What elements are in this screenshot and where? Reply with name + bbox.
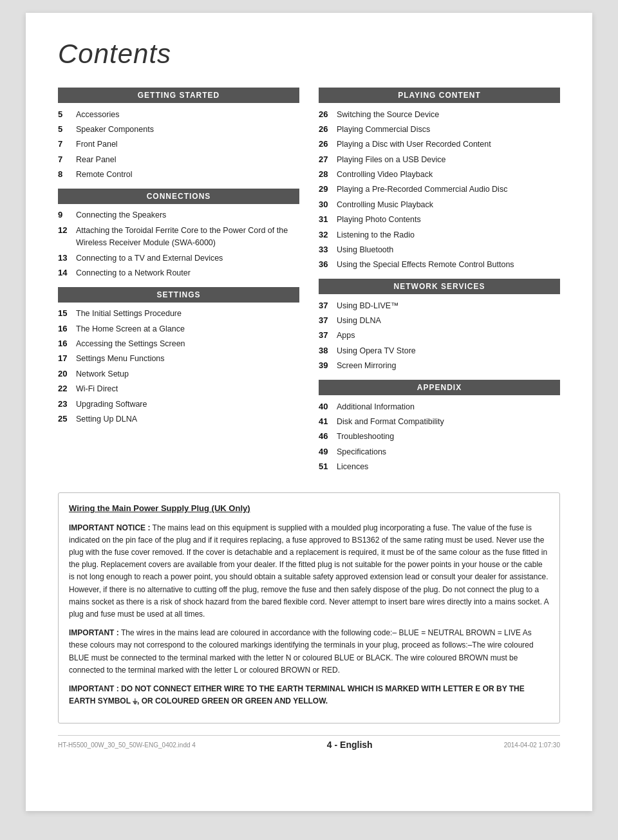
list-item: 14Connecting to a Network Router bbox=[58, 265, 299, 280]
list-item: 16The Home Screen at a Glance bbox=[58, 321, 299, 336]
toc-label: Controlling Music Playback bbox=[337, 199, 433, 211]
list-item: 40Additional Information bbox=[319, 399, 560, 414]
toc-label: Disk and Format Compatibility bbox=[337, 416, 444, 428]
toc-label: Playing a Pre-Recorded Commercial Audio … bbox=[337, 183, 507, 196]
toc-number: 5 bbox=[58, 108, 76, 121]
toc-number: 32 bbox=[319, 229, 337, 241]
toc-number: 51 bbox=[319, 460, 337, 473]
toc-label: Troubleshooting bbox=[337, 431, 394, 443]
list-item: 26Playing Commercial Discs bbox=[319, 122, 560, 136]
toc-number: 37 bbox=[319, 329, 337, 342]
toc-number: 49 bbox=[319, 445, 337, 458]
list-item: 37Using BD-LIVE™ bbox=[319, 298, 560, 313]
toc-label: Using BD-LIVE™ bbox=[337, 300, 399, 312]
toc-label: Accessing the Settings Screen bbox=[76, 338, 185, 350]
page-title: Contents bbox=[58, 39, 560, 70]
list-item: 37Apps bbox=[319, 328, 560, 343]
toc-number: 40 bbox=[319, 400, 337, 413]
toc-label: Network Setup bbox=[76, 368, 129, 380]
page-number: 4 - English bbox=[327, 740, 373, 750]
list-item: 38Using Opera TV Store bbox=[319, 343, 560, 358]
left-column: GETTING STARTED 5Accessories 5Speaker Co… bbox=[58, 88, 299, 474]
toc-number: 15 bbox=[58, 307, 76, 320]
list-item: 33Using Bluetooth bbox=[319, 242, 560, 257]
section-header-settings: SETTINGS bbox=[58, 287, 299, 303]
toc-number: 22 bbox=[58, 382, 76, 395]
list-item: 32Listening to the Radio bbox=[319, 227, 560, 242]
list-item: 29Playing a Pre-Recorded Commercial Audi… bbox=[319, 182, 560, 197]
toc-label: Playing Files on a USB Device bbox=[337, 154, 446, 166]
toc-number: 7 bbox=[58, 153, 76, 166]
toc-label: Switching the Source Device bbox=[337, 109, 439, 121]
list-item: 13Connecting to a TV and External Device… bbox=[58, 250, 299, 265]
toc-label: Front Panel bbox=[76, 138, 118, 151]
toc-label: Using Bluetooth bbox=[337, 244, 393, 256]
right-column: PLAYING CONTENT 26Switching the Source D… bbox=[319, 88, 560, 474]
toc-number: 16 bbox=[58, 337, 76, 350]
toc-number: 16 bbox=[58, 322, 76, 335]
list-item: 22Wi-Fi Direct bbox=[58, 382, 299, 397]
notice-paragraph-3: IMPORTANT : DO NOT CONNECT EITHER WIRE T… bbox=[69, 683, 549, 707]
toc-label: The Initial Settings Procedure bbox=[76, 308, 182, 320]
section-header-network-services: NETWORK SERVICES bbox=[319, 279, 560, 294]
notice-text-1: The mains lead on this equipment is supp… bbox=[69, 523, 548, 619]
footer-filename: HT-H5500_00W_30_50_50W-ENG_0402.indd 4 bbox=[58, 742, 196, 749]
toc-label: Controlling Video Playback bbox=[337, 169, 433, 181]
list-item: 7Front Panel bbox=[58, 137, 299, 152]
toc-label: Attaching the Toroidal Ferrite Core to t… bbox=[76, 225, 299, 250]
list-item: 39Screen Mirroring bbox=[319, 359, 560, 373]
toc-label: Remote Control bbox=[76, 169, 133, 181]
toc-number: 29 bbox=[319, 183, 337, 196]
toc-label: Connecting the Speakers bbox=[76, 209, 166, 221]
list-item: 46Troubleshooting bbox=[319, 429, 560, 444]
list-item: 26Switching the Source Device bbox=[319, 107, 560, 122]
list-item: 31Playing Photo Contents bbox=[319, 212, 560, 227]
list-item: 27Playing Files on a USB Device bbox=[319, 152, 560, 167]
page: Contents GETTING STARTED 5Accessories 5S… bbox=[26, 13, 592, 811]
notice-title: Wiring the Main Power Supply Plug (UK On… bbox=[69, 502, 549, 516]
toc-number: 26 bbox=[319, 123, 337, 136]
notice-paragraph-2: IMPORTANT : The wires in the mains lead … bbox=[69, 627, 549, 677]
toc-label: Additional Information bbox=[337, 401, 415, 413]
list-item: 8Remote Control bbox=[58, 167, 299, 182]
list-item: 20Network Setup bbox=[58, 366, 299, 381]
toc-label: Playing a Disc with User Recorded Conten… bbox=[337, 138, 491, 151]
list-item: 28Controlling Video Playback bbox=[319, 167, 560, 182]
toc-number: 28 bbox=[319, 168, 337, 181]
toc-number: 46 bbox=[319, 430, 337, 443]
list-item: 49Specifications bbox=[319, 444, 560, 459]
notice-bold-prefix-2: IMPORTANT : bbox=[69, 628, 119, 637]
section-header-connections: CONNECTIONS bbox=[58, 189, 299, 204]
toc-number: 20 bbox=[58, 368, 76, 380]
toc-label: Apps bbox=[337, 330, 355, 342]
toc-number: 9 bbox=[58, 209, 76, 221]
toc-number: 25 bbox=[58, 413, 76, 425]
list-item: 12Attaching the Toroidal Ferrite Core to… bbox=[58, 223, 299, 250]
toc-label: Settings Menu Functions bbox=[76, 353, 165, 365]
list-item: 16Accessing the Settings Screen bbox=[58, 337, 299, 351]
toc-columns: GETTING STARTED 5Accessories 5Speaker Co… bbox=[58, 88, 560, 474]
toc-label: Connecting to a TV and External Devices bbox=[76, 252, 223, 265]
toc-number: 33 bbox=[319, 243, 337, 256]
toc-label: The Home Screen at a Glance bbox=[76, 323, 185, 335]
list-item: 15The Initial Settings Procedure bbox=[58, 306, 299, 321]
toc-number: 30 bbox=[319, 198, 337, 211]
page-footer: HT-H5500_00W_30_50_50W-ENG_0402.indd 4 4… bbox=[58, 735, 560, 750]
notice-text-2: The wires in the mains lead are coloured… bbox=[69, 628, 534, 675]
toc-number: 37 bbox=[319, 299, 337, 312]
toc-number: 7 bbox=[58, 138, 76, 151]
list-item: 5Accessories bbox=[58, 107, 299, 122]
toc-label: Upgrading Software bbox=[76, 398, 147, 411]
section-header-getting-started: GETTING STARTED bbox=[58, 88, 299, 103]
toc-label: Connecting to a Network Router bbox=[76, 267, 191, 279]
toc-label: Rear Panel bbox=[76, 154, 117, 166]
list-item: 30Controlling Music Playback bbox=[319, 197, 560, 212]
toc-label: Wi-Fi Direct bbox=[76, 383, 118, 395]
toc-label: Licences bbox=[337, 461, 368, 473]
notice-paragraph-1: IMPORTANT NOTICE : The mains lead on thi… bbox=[69, 522, 549, 621]
notice-box: Wiring the Main Power Supply Plug (UK On… bbox=[58, 492, 560, 723]
toc-label: Screen Mirroring bbox=[337, 360, 396, 372]
list-item: 37Using DLNA bbox=[319, 313, 560, 328]
toc-number: 36 bbox=[319, 258, 337, 271]
section-header-appendix: APPENDIX bbox=[319, 380, 560, 395]
